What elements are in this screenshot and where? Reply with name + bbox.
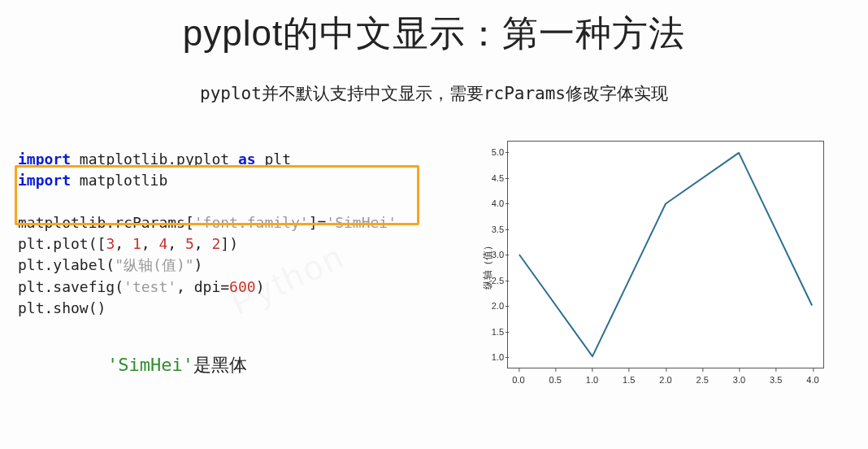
- chart-ytick: 2.0: [483, 301, 504, 311]
- code-column: import matplotlib.pyplot as plt import m…: [18, 144, 441, 377]
- code-keyword: as: [238, 150, 256, 168]
- chart-box: 纵轴（值） 1.01.52.02.53.03.54.04.55.0 0.00.5…: [457, 131, 837, 399]
- slide-title: pyplot的中文显示：第一种方法: [0, 0, 868, 58]
- code-text: plt: [256, 150, 291, 168]
- chart-ytick: 3.5: [483, 224, 504, 234]
- code-text: ,: [141, 235, 159, 252]
- slide-subtitle: pyplot并不默认支持中文显示，需要rcParams修改字体实现: [0, 82, 868, 105]
- chart-xtick: 0.5: [549, 375, 562, 385]
- code-text: ,: [167, 235, 185, 252]
- code-text: ]): [220, 235, 238, 252]
- chart-column: 纵轴（值） 1.01.52.02.53.03.54.04.55.0 0.00.5…: [441, 144, 853, 399]
- code-number: 5: [185, 235, 194, 252]
- note-green: 'SimHei': [107, 355, 193, 375]
- note-line: 'SimHei'是黑体: [18, 353, 441, 377]
- code-keyword: import: [18, 172, 71, 189]
- code-text: matplotlib: [71, 172, 167, 189]
- code-text: ,: [115, 235, 132, 252]
- code-text: plt.savefig(: [18, 278, 124, 295]
- chart-xtick: 1.0: [586, 375, 598, 385]
- code-number: 4: [158, 235, 167, 252]
- code-text: matplotlib.pyplot: [71, 150, 238, 168]
- chart-xtick: 3.5: [770, 375, 782, 385]
- code-block: import matplotlib.pyplot as plt import m…: [18, 144, 441, 319]
- chart-ytick: 4.0: [483, 198, 504, 208]
- chart-ytick: 1.0: [483, 352, 504, 362]
- code-text: ): [256, 278, 265, 295]
- code-string: 'SimHei': [326, 214, 397, 231]
- code-string: 'font.family': [194, 214, 309, 231]
- code-string: "纵轴(值)": [115, 256, 193, 273]
- code-text: ]=: [309, 214, 327, 231]
- code-keyword: import: [18, 150, 71, 168]
- code-number: 3: [106, 235, 115, 252]
- code-text: plt.ylabel(: [18, 256, 115, 273]
- chart-line: [508, 142, 823, 368]
- chart-ytick: 2.5: [483, 276, 504, 286]
- code-string: 'test': [124, 278, 176, 295]
- chart-xtick: 1.5: [623, 375, 635, 385]
- chart-ytick: 1.5: [483, 327, 504, 337]
- code-text: , dpi=: [176, 278, 229, 295]
- code-number: 2: [212, 235, 221, 252]
- code-number: 1: [132, 235, 141, 252]
- chart-xtick: 0.0: [512, 375, 524, 385]
- chart-xtick: 3.0: [733, 375, 745, 385]
- code-number: 600: [229, 278, 256, 295]
- code-text: ,: [194, 235, 212, 252]
- note-text: 是黑体: [193, 355, 247, 375]
- plot-area: [507, 141, 824, 368]
- chart-ytick: 3.0: [483, 250, 504, 259]
- chart-ytick: 5.0: [483, 147, 504, 157]
- content-row: import matplotlib.pyplot as plt import m…: [0, 144, 868, 399]
- chart-xtick: 2.5: [697, 375, 709, 385]
- code-text: matplotlib.rcParams[: [18, 214, 194, 231]
- chart-xtick: 2.0: [659, 375, 671, 385]
- code-text: plt.show(): [18, 299, 106, 316]
- chart-ytick: 4.5: [483, 173, 504, 183]
- code-text: plt.plot([: [18, 235, 106, 252]
- code-text: ): [194, 256, 203, 273]
- chart-xtick: 4.0: [806, 375, 818, 385]
